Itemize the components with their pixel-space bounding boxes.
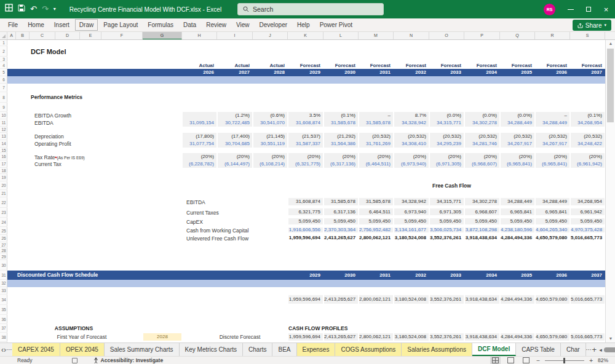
cell-N16[interactable]: (20%): [394, 153, 429, 160]
cell-P17[interactable]: (6,968,607): [465, 160, 499, 168]
cell-N17[interactable]: (6,973,940): [394, 160, 429, 168]
cell-J10[interactable]: (0.6%): [253, 112, 287, 119]
row-header-16[interactable]: 16: [0, 153, 7, 160]
cell-S22[interactable]: 34,268,954: [571, 198, 605, 205]
zoom-percentage[interactable]: 82%: [598, 357, 611, 363]
cell-S31[interactable]: 2037: [571, 271, 605, 280]
sheet-tab-cogs-assumptions[interactable]: COGS Assumptions: [335, 343, 402, 356]
cell-L10[interactable]: (0.1%): [324, 112, 358, 119]
cell-R13[interactable]: (20,532): [536, 133, 569, 140]
cell-R22[interactable]: 34,288,449: [536, 198, 569, 205]
cell-R10[interactable]: –: [536, 112, 569, 119]
row-header-17[interactable]: 17: [0, 160, 7, 168]
sheet-tab-dcf-model[interactable]: DCF Model: [472, 343, 516, 356]
search-box[interactable]: Search: [237, 3, 384, 15]
cell-R38[interactable]: 4,650,579,080: [536, 333, 569, 341]
cell-N34[interactable]: 3,180,524,008: [394, 295, 429, 304]
cell-Q38[interactable]: 4,284,494,336: [501, 333, 534, 341]
column-header-K[interactable]: K: [288, 32, 323, 39]
cell-K11[interactable]: 31,608,874: [288, 119, 323, 127]
sheet-tab-bea[interactable]: BEA: [272, 343, 296, 356]
cell-Q14[interactable]: 34,267,917: [501, 140, 534, 148]
cell-N5[interactable]: 2032: [394, 69, 429, 76]
cell-L23[interactable]: 6,317,136: [324, 208, 358, 215]
column-header-M[interactable]: M: [359, 32, 394, 39]
cell-N4[interactable]: Forecast: [394, 63, 429, 68]
row-header-19[interactable]: 19: [0, 174, 7, 181]
cell-M22[interactable]: 31,585,678: [359, 198, 393, 205]
cell-P31[interactable]: 2034: [465, 271, 499, 280]
row-header-30[interactable]: 30: [0, 260, 7, 271]
cell-R4[interactable]: Forecast: [536, 63, 569, 68]
column-header-Q[interactable]: Q: [500, 32, 535, 39]
cell-Q16[interactable]: (20%): [501, 153, 534, 160]
cell-J16[interactable]: (20%): [253, 153, 287, 160]
cell-Q11[interactable]: 34,288,449: [501, 119, 534, 127]
close-button[interactable]: ×: [597, 0, 615, 18]
add-sheet-button[interactable]: +: [592, 343, 597, 356]
cell-P22[interactable]: 34,302,278: [465, 198, 499, 205]
row-header-15[interactable]: 15: [0, 148, 7, 153]
zoom-slider-thumb[interactable]: [563, 358, 565, 363]
cell-Q24[interactable]: 5,059,450: [501, 218, 534, 224]
cell-K17[interactable]: (6,321,775): [288, 160, 323, 168]
cell-S14[interactable]: 34,248,422: [571, 140, 605, 148]
cell-O13[interactable]: (20,532): [430, 133, 464, 140]
cell-H17[interactable]: (6,228,782): [183, 160, 216, 168]
cell-H16[interactable]: (20%): [183, 153, 216, 160]
row-header-10[interactable]: 10: [0, 112, 7, 119]
column-header-R[interactable]: R: [535, 32, 570, 39]
cell-H4[interactable]: Actual: [183, 63, 216, 68]
row-header-7[interactable]: 7: [0, 84, 7, 92]
cell-O24[interactable]: 5,059,450: [430, 218, 464, 224]
cell-P4[interactable]: Forecast: [465, 63, 499, 68]
cell-M26[interactable]: 2,800,062,121: [359, 235, 393, 240]
row-header-12[interactable]: 12: [0, 127, 7, 133]
cell-R17[interactable]: (6,965,841): [536, 160, 569, 168]
row-header-2[interactable]: 2: [0, 46, 7, 57]
sheet-tab-sales-summary-charts[interactable]: Sales Summary Charts: [105, 343, 180, 356]
page-break-view-icon[interactable]: [521, 357, 531, 364]
ribbon-tab-home[interactable]: Home: [23, 18, 49, 31]
cell-M38[interactable]: 2,800,062,121: [359, 333, 393, 341]
row-header-8[interactable]: 8: [0, 92, 7, 103]
cell-L17[interactable]: (6,317,136): [324, 160, 358, 168]
ribbon-tab-help[interactable]: Help: [292, 18, 315, 31]
cell-N26[interactable]: 3,180,524,008: [394, 235, 429, 240]
cell-L22[interactable]: 31,585,678: [324, 198, 358, 205]
column-header-B[interactable]: B: [16, 32, 30, 39]
cell-M5[interactable]: 2031: [359, 69, 393, 76]
sheet-tab-char[interactable]: Char: [561, 343, 586, 356]
cell-M14[interactable]: 31,761,269: [359, 140, 393, 148]
tab-overflow-icon[interactable]: ⋯: [586, 343, 592, 356]
cell-Q26[interactable]: 4,284,494,336: [501, 235, 534, 240]
ribbon-tab-review[interactable]: Review: [201, 18, 231, 31]
cell-O4[interactable]: Forecast: [430, 63, 464, 68]
hscroll-left-icon[interactable]: ◂: [599, 347, 602, 353]
row-header-1[interactable]: 1: [0, 40, 7, 46]
cell-M16[interactable]: (20%): [359, 153, 393, 160]
cell-J4[interactable]: Actual: [253, 63, 287, 68]
cell-K16[interactable]: (20%): [288, 153, 323, 160]
cell-O38[interactable]: 3,552,376,261: [430, 333, 464, 341]
select-all-corner[interactable]: [0, 32, 7, 39]
cell-K24[interactable]: 5,059,450: [288, 218, 323, 224]
cell-M11[interactable]: 31,585,678: [359, 119, 393, 127]
cell-S25[interactable]: 4,970,375,428: [571, 228, 605, 232]
column-header-A[interactable]: A: [7, 32, 16, 39]
cell-N31[interactable]: 2032: [394, 271, 429, 280]
row-header-26[interactable]: 26: [0, 235, 7, 242]
cell-L11[interactable]: 31,585,678: [324, 119, 358, 127]
row-header-38[interactable]: 38: [0, 333, 7, 342]
zoom-slider[interactable]: [545, 360, 584, 361]
cell-P26[interactable]: 3,918,438,634: [465, 235, 499, 240]
column-header-C[interactable]: C: [30, 32, 55, 39]
column-header-S[interactable]: S: [570, 32, 605, 39]
cell-R24[interactable]: 5,059,450: [536, 218, 569, 224]
row-header-31[interactable]: 31: [0, 271, 7, 280]
column-header-I[interactable]: I: [217, 32, 253, 39]
cell-L31[interactable]: 2030: [324, 271, 358, 280]
row-header-11[interactable]: 11: [0, 119, 7, 127]
cell-Q23[interactable]: 6,965,841: [501, 208, 534, 215]
column-header-O[interactable]: O: [429, 32, 464, 39]
